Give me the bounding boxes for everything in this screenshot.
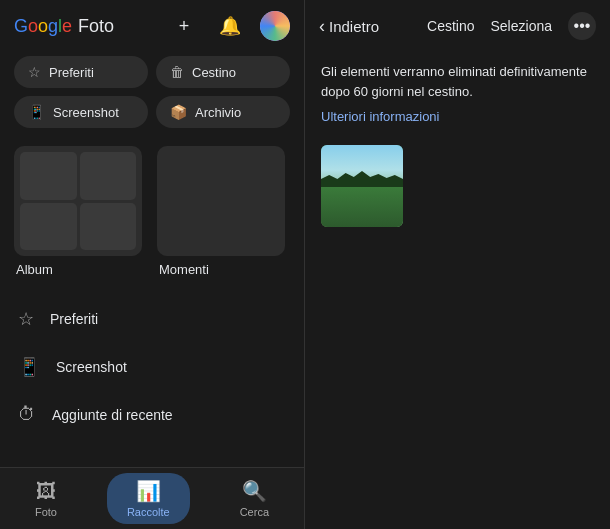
sidebar-preferiti-label: Preferiti: [50, 311, 98, 327]
info-section: Gli elementi verranno eliminati definiti…: [305, 52, 610, 139]
screenshot-icon-sidebar: 📱: [18, 356, 40, 378]
album-thumbnail: [14, 146, 142, 256]
top-bar-left: Google Foto + 🔔: [0, 0, 304, 52]
avatar[interactable]: [260, 11, 290, 41]
thumb-cell-4: [80, 203, 137, 251]
seleziona-action-button[interactable]: Seleziona: [491, 18, 553, 34]
chip-archivio[interactable]: 📦 Archivio: [156, 96, 290, 128]
chip-screenshot-label: Screenshot: [53, 105, 119, 120]
nav-raccolte[interactable]: 📊 Raccolte: [107, 473, 190, 524]
nav-cerca-label: Cerca: [240, 506, 269, 518]
sidebar-recent-label: Aggiunte di recente: [52, 407, 173, 423]
trash-icon: 🗑: [170, 64, 184, 80]
star-icon-sidebar: ☆: [18, 308, 34, 330]
sidebar-screenshot-label: Screenshot: [56, 359, 127, 375]
right-actions: Cestino Seleziona •••: [427, 12, 596, 40]
cestino-action-button[interactable]: Cestino: [427, 18, 474, 34]
photo-section: [305, 139, 610, 233]
nav-cerca[interactable]: 🔍 Cerca: [220, 473, 289, 524]
star-icon: ☆: [28, 64, 41, 80]
thumb-cell-1: [20, 152, 77, 200]
nav-raccolte-label: Raccolte: [127, 506, 170, 518]
add-button[interactable]: +: [168, 10, 200, 42]
bell-icon: 🔔: [219, 15, 241, 37]
sidebar-item-recent[interactable]: ⏱ Aggiunte di recente: [0, 391, 304, 438]
chip-archivio-label: Archivio: [195, 105, 241, 120]
top-bar-icons: + 🔔: [168, 10, 290, 42]
add-icon: +: [179, 16, 190, 37]
thumb-cell-2: [80, 152, 137, 200]
photo-image: [321, 145, 403, 227]
more-icon: •••: [574, 17, 591, 35]
thumb-cell-3: [20, 203, 77, 251]
app-name-foto: Foto: [78, 16, 114, 37]
more-options-button[interactable]: •••: [568, 12, 596, 40]
sidebar-list: ☆ Preferiti 📱 Screenshot ⏱ Aggiunte di r…: [0, 285, 304, 438]
info-link[interactable]: Ulteriori informazioni: [321, 109, 439, 124]
foto-nav-icon: 🖼: [36, 480, 56, 503]
back-chevron-icon: ‹: [319, 16, 325, 37]
grid-item-album[interactable]: Album: [14, 146, 147, 277]
momenti-thumbnail: [157, 146, 285, 256]
momenti-label: Momenti: [157, 262, 209, 277]
right-panel: ‹ Indietro Cestino Seleziona ••• Gli ele…: [305, 0, 610, 529]
nav-foto-label: Foto: [35, 506, 57, 518]
back-label: Indietro: [329, 18, 379, 35]
dark-terrain-shapes: [321, 167, 403, 187]
chip-cestino[interactable]: 🗑 Cestino: [156, 56, 290, 88]
cerca-nav-icon: 🔍: [242, 479, 267, 503]
sidebar-item-screenshot[interactable]: 📱 Screenshot: [0, 343, 304, 391]
chip-preferiti[interactable]: ☆ Preferiti: [14, 56, 148, 88]
sidebar-item-preferiti[interactable]: ☆ Preferiti: [0, 295, 304, 343]
back-button[interactable]: ‹ Indietro: [319, 16, 379, 37]
info-text: Gli elementi verranno eliminati definiti…: [321, 62, 594, 101]
avatar-image: [260, 11, 290, 41]
screenshot-chip-icon: 📱: [28, 104, 45, 120]
google-logo-text: Google: [14, 16, 72, 37]
chip-screenshot[interactable]: 📱 Screenshot: [14, 96, 148, 128]
nav-foto[interactable]: 🖼 Foto: [15, 474, 77, 524]
chip-preferiti-label: Preferiti: [49, 65, 94, 80]
grid-item-momenti[interactable]: Momenti: [157, 146, 290, 277]
bottom-nav: 🖼 Foto 📊 Raccolte 🔍 Cerca: [0, 467, 304, 529]
app-logo: Google Foto: [14, 16, 114, 37]
archive-chip-icon: 📦: [170, 104, 187, 120]
grid-section: Album Momenti: [0, 138, 304, 285]
land-area: [321, 187, 403, 227]
recent-icon-sidebar: ⏱: [18, 404, 36, 425]
chip-cestino-label: Cestino: [192, 65, 236, 80]
left-panel: Google Foto + 🔔 ☆ Preferiti 🗑 Cestino: [0, 0, 305, 529]
quick-access-chips: ☆ Preferiti 🗑 Cestino 📱 Screenshot 📦 Arc…: [0, 52, 304, 138]
photo-thumbnail[interactable]: [321, 145, 403, 227]
notifications-button[interactable]: 🔔: [214, 10, 246, 42]
raccolte-nav-icon: 📊: [136, 479, 161, 503]
top-bar-right: ‹ Indietro Cestino Seleziona •••: [305, 0, 610, 52]
album-label: Album: [14, 262, 53, 277]
sky-area: [321, 145, 403, 187]
